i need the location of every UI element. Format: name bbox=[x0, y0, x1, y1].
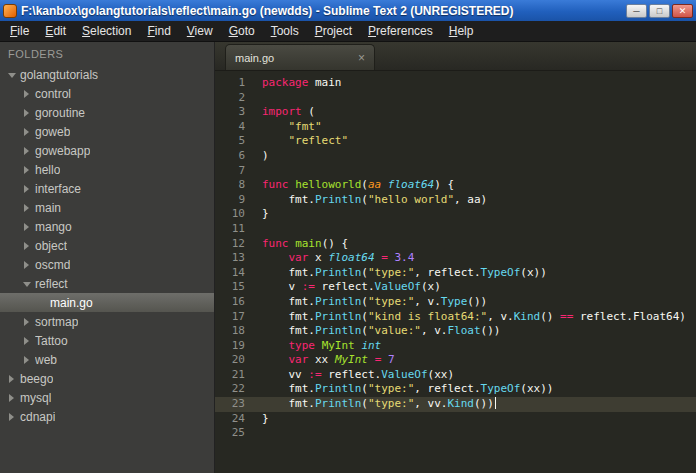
tree-folder-golangtutorials[interactable]: golangtutorials bbox=[0, 65, 214, 84]
code-line-23[interactable]: 23 fmt.Println("type:", vv.Kind()) bbox=[215, 397, 696, 412]
code-token: (xx) bbox=[428, 368, 455, 381]
chevron-right-icon bbox=[22, 166, 35, 174]
menu-selection[interactable]: Selection bbox=[74, 21, 139, 41]
menu-accelerator: V bbox=[187, 24, 195, 38]
line-number: 1 bbox=[215, 76, 245, 91]
code-line-25[interactable]: 25 bbox=[215, 426, 696, 441]
code-line-19[interactable]: 19 type MyInt int bbox=[215, 339, 696, 354]
tab-close-icon[interactable]: × bbox=[346, 51, 365, 65]
code-line-4[interactable]: 4 "fmt" bbox=[215, 120, 696, 135]
tree-folder-interface[interactable]: interface bbox=[0, 179, 214, 198]
code-area[interactable]: 1package main23import (4 "fmt"5 "reflect… bbox=[215, 71, 696, 473]
code-token: MyInt bbox=[322, 339, 355, 352]
menu-tools[interactable]: Tools bbox=[263, 21, 307, 41]
tree-folder-goroutine[interactable]: goroutine bbox=[0, 103, 214, 122]
code-token: fmt. bbox=[262, 193, 315, 206]
code-token: vv bbox=[262, 368, 308, 381]
code-line-12[interactable]: 12func main() { bbox=[215, 237, 696, 252]
code-line-20[interactable]: 20 var xx MyInt = 7 bbox=[215, 353, 696, 368]
code-line-1[interactable]: 1package main bbox=[215, 76, 696, 91]
editor-column: main.go× 1package main23import (4 "fmt"5… bbox=[215, 42, 696, 473]
code-line-18[interactable]: 18 fmt.Println("value:", v.Float()) bbox=[215, 324, 696, 339]
code-line-9[interactable]: 9 fmt.Println("hello world", aa) bbox=[215, 193, 696, 208]
code-token: () { bbox=[322, 237, 349, 250]
menu-find[interactable]: Find bbox=[139, 21, 178, 41]
minimize-button[interactable]: ─ bbox=[626, 4, 647, 18]
chevron-right-icon bbox=[22, 204, 35, 212]
code-line-17[interactable]: 17 fmt.Println("kind is float64:", v.Kin… bbox=[215, 310, 696, 325]
menu-file[interactable]: File bbox=[2, 21, 37, 41]
menu-accelerator: H bbox=[449, 24, 458, 38]
tree-folder-sortmap[interactable]: sortmap bbox=[0, 312, 214, 331]
code-line-3[interactable]: 3import ( bbox=[215, 105, 696, 120]
tab-main.go[interactable]: main.go× bbox=[225, 44, 375, 70]
tree-folder-mango[interactable]: mango bbox=[0, 217, 214, 236]
code-text: var xx MyInt = 7 bbox=[245, 353, 395, 368]
code-line-5[interactable]: 5 "reflect" bbox=[215, 134, 696, 149]
line-number: 11 bbox=[215, 222, 245, 237]
code-token: Println bbox=[315, 193, 361, 206]
line-number: 18 bbox=[215, 324, 245, 339]
code-line-14[interactable]: 14 fmt.Println("type:", reflect.TypeOf(x… bbox=[215, 266, 696, 281]
chevron-down-icon bbox=[7, 71, 20, 78]
code-text: fmt.Println("kind is float64:", v.Kind()… bbox=[245, 310, 686, 325]
text-cursor bbox=[495, 397, 496, 409]
tree-folder-control[interactable]: control bbox=[0, 84, 214, 103]
menu-goto[interactable]: Goto bbox=[221, 21, 263, 41]
tree-folder-gowebapp[interactable]: gowebapp bbox=[0, 141, 214, 160]
tree-item-label: web bbox=[35, 353, 57, 367]
menu-help[interactable]: Help bbox=[441, 21, 482, 41]
chevron-right-icon bbox=[22, 242, 35, 250]
code-token: fmt. bbox=[262, 310, 315, 323]
code-line-15[interactable]: 15 v := reflect.ValueOf(x) bbox=[215, 280, 696, 295]
tree-folder-goweb[interactable]: goweb bbox=[0, 122, 214, 141]
code-line-2[interactable]: 2 bbox=[215, 91, 696, 106]
menu-project[interactable]: Project bbox=[307, 21, 360, 41]
code-line-21[interactable]: 21 vv := reflect.ValueOf(xx) bbox=[215, 368, 696, 383]
code-token: , v. bbox=[487, 310, 514, 323]
code-line-7[interactable]: 7 bbox=[215, 164, 696, 179]
tree-folder-tattoo[interactable]: Tattoo bbox=[0, 331, 214, 350]
code-line-22[interactable]: 22 fmt.Println("type:", reflect.TypeOf(x… bbox=[215, 382, 696, 397]
menu-edit[interactable]: Edit bbox=[37, 21, 74, 41]
code-token: helloworld bbox=[295, 178, 361, 191]
code-line-6[interactable]: 6) bbox=[215, 149, 696, 164]
tree-folder-main[interactable]: main bbox=[0, 198, 214, 217]
close-button[interactable]: ✕ bbox=[672, 4, 693, 18]
code-token bbox=[262, 134, 289, 147]
menu-preferences[interactable]: Preferences bbox=[360, 21, 441, 41]
tree-folder-object[interactable]: object bbox=[0, 236, 214, 255]
tree-folder-beego[interactable]: beego bbox=[0, 369, 214, 388]
tree-folder-web[interactable]: web bbox=[0, 350, 214, 369]
tree-folder-reflect[interactable]: reflect bbox=[0, 274, 214, 293]
tree-folder-mysql[interactable]: mysql bbox=[0, 388, 214, 407]
code-text: vv := reflect.ValueOf(xx) bbox=[245, 368, 454, 383]
code-token: Println bbox=[315, 310, 361, 323]
tree-folder-cdnapi[interactable]: cdnapi bbox=[0, 407, 214, 426]
tree-file-main.go[interactable]: main.go bbox=[0, 293, 214, 312]
code-line-24[interactable]: 24} bbox=[215, 412, 696, 427]
code-token: , v. bbox=[421, 324, 448, 337]
code-token: (x) bbox=[421, 280, 441, 293]
code-token: Println bbox=[315, 324, 361, 337]
code-token: package bbox=[262, 76, 308, 89]
menu-view[interactable]: View bbox=[179, 21, 221, 41]
code-line-11[interactable]: 11 bbox=[215, 222, 696, 237]
code-token: () bbox=[540, 310, 560, 323]
line-number: 23 bbox=[215, 397, 245, 412]
code-token: xx bbox=[308, 353, 335, 366]
code-token: "type:" bbox=[368, 397, 414, 410]
code-token: ()) bbox=[474, 397, 494, 410]
code-line-16[interactable]: 16 fmt.Println("type:", v.Type()) bbox=[215, 295, 696, 310]
maximize-button[interactable]: □ bbox=[649, 4, 670, 18]
code-text: } bbox=[245, 207, 269, 222]
chevron-right-icon bbox=[22, 356, 35, 364]
tree-folder-hello[interactable]: hello bbox=[0, 160, 214, 179]
code-line-10[interactable]: 10} bbox=[215, 207, 696, 222]
tree-folder-oscmd[interactable]: oscmd bbox=[0, 255, 214, 274]
line-number: 21 bbox=[215, 368, 245, 383]
line-number: 13 bbox=[215, 251, 245, 266]
code-line-8[interactable]: 8func helloworld(aa float64) { bbox=[215, 178, 696, 193]
code-line-13[interactable]: 13 var x float64 = 3.4 bbox=[215, 251, 696, 266]
code-token: Println bbox=[315, 295, 361, 308]
